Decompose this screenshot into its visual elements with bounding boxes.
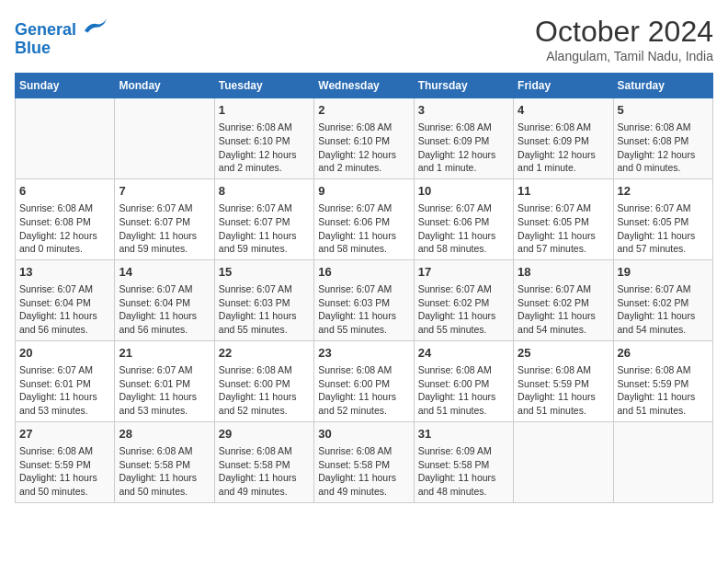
day-info: Sunrise: 6:07 AM [219,282,310,296]
day-info: Sunrise: 6:08 AM [219,444,310,458]
day-info: Sunset: 5:59 PM [518,377,609,391]
day-info: Sunset: 5:58 PM [418,458,509,472]
day-info: Daylight: 11 hours and 55 minutes. [418,309,509,336]
title-section: October 2024 Alangulam, Tamil Nadu, Indi… [535,15,713,63]
day-info: Sunrise: 6:08 AM [19,201,110,215]
day-info: Sunrise: 6:07 AM [318,282,409,296]
day-info: Daylight: 11 hours and 51 minutes. [618,390,709,417]
day-number: 22 [219,345,310,362]
calendar-week-row: 13Sunrise: 6:07 AMSunset: 6:04 PMDayligh… [16,259,713,340]
day-info: Sunset: 6:00 PM [219,377,310,391]
day-info: Sunset: 6:08 PM [19,215,110,229]
calendar-cell: 6Sunrise: 6:08 AMSunset: 6:08 PMDaylight… [16,178,115,259]
day-info: Sunrise: 6:08 AM [318,363,409,377]
day-number: 15 [219,264,310,281]
day-number: 1 [219,102,310,119]
day-info: Sunrise: 6:07 AM [318,201,409,215]
day-info: Sunset: 6:02 PM [618,296,709,310]
day-info: Sunrise: 6:08 AM [219,121,310,134]
day-info: Daylight: 11 hours and 50 minutes. [19,471,110,498]
day-info: Sunrise: 6:08 AM [318,444,409,458]
day-number: 17 [418,264,509,281]
day-info: Sunset: 6:04 PM [19,296,110,310]
day-info: Daylight: 11 hours and 59 minutes. [119,229,210,256]
day-info: Sunset: 6:08 PM [618,134,709,148]
day-number: 2 [318,102,409,119]
day-info: Sunrise: 6:07 AM [19,363,110,377]
day-number: 23 [318,345,409,362]
day-info: Sunset: 6:03 PM [318,296,409,310]
day-number: 27 [19,426,110,442]
day-number: 6 [19,183,110,200]
day-info: Daylight: 11 hours and 55 minutes. [219,309,310,336]
calendar-cell [613,421,712,502]
day-number: 24 [418,345,509,362]
day-info: Sunset: 6:10 PM [318,134,409,148]
day-number: 5 [618,102,709,119]
day-header-thursday: Thursday [414,74,513,98]
calendar-cell: 30Sunrise: 6:08 AMSunset: 5:58 PMDayligh… [314,421,414,502]
day-info: Sunset: 5:59 PM [618,377,709,391]
calendar-cell: 22Sunrise: 6:08 AMSunset: 6:00 PMDayligh… [214,340,313,421]
calendar-cell: 14Sunrise: 6:07 AMSunset: 6:04 PMDayligh… [115,259,214,340]
day-info: Sunrise: 6:07 AM [518,201,609,215]
day-number: 18 [518,264,609,281]
day-info: Sunrise: 6:08 AM [19,444,110,458]
day-info: Sunset: 6:00 PM [418,377,509,391]
day-info: Sunrise: 6:08 AM [318,121,409,134]
day-number: 8 [219,183,310,200]
day-info: Daylight: 11 hours and 48 minutes. [418,471,509,498]
logo-blue: Blue [15,39,51,57]
day-info: Daylight: 11 hours and 54 minutes. [618,309,709,336]
day-info: Daylight: 11 hours and 57 minutes. [618,229,709,256]
day-info: Sunset: 6:07 PM [119,215,210,229]
calendar-cell: 24Sunrise: 6:08 AMSunset: 6:00 PMDayligh… [414,340,513,421]
day-info: Daylight: 11 hours and 50 minutes. [119,471,210,498]
day-info: Sunset: 6:04 PM [119,296,210,310]
day-info: Sunrise: 6:07 AM [518,282,609,296]
day-info: Sunrise: 6:08 AM [119,444,210,458]
day-info: Daylight: 11 hours and 58 minutes. [418,229,509,256]
day-info: Sunset: 6:05 PM [618,215,709,229]
calendar-cell [115,98,214,179]
day-info: Sunset: 6:01 PM [119,377,210,391]
day-header-saturday: Saturday [613,74,712,98]
day-info: Sunset: 6:09 PM [518,134,609,148]
day-number: 13 [19,264,110,281]
calendar-cell: 13Sunrise: 6:07 AMSunset: 6:04 PMDayligh… [16,259,115,340]
day-info: Sunset: 6:03 PM [219,296,310,310]
calendar-cell: 25Sunrise: 6:08 AMSunset: 5:59 PMDayligh… [514,340,613,421]
calendar-cell: 21Sunrise: 6:07 AMSunset: 6:01 PMDayligh… [115,340,214,421]
day-number: 10 [418,183,509,200]
calendar-week-row: 27Sunrise: 6:08 AMSunset: 5:59 PMDayligh… [16,421,713,502]
day-info: Daylight: 11 hours and 56 minutes. [19,309,110,336]
day-info: Sunrise: 6:07 AM [19,282,110,296]
day-info: Sunrise: 6:07 AM [418,201,509,215]
calendar-cell: 26Sunrise: 6:08 AMSunset: 5:59 PMDayligh… [613,340,712,421]
calendar-cell: 23Sunrise: 6:08 AMSunset: 6:00 PMDayligh… [314,340,414,421]
day-info: Sunset: 6:00 PM [318,377,409,391]
day-header-sunday: Sunday [16,74,115,98]
day-info: Sunrise: 6:07 AM [219,201,310,215]
day-info: Daylight: 11 hours and 55 minutes. [318,309,409,336]
calendar-week-row: 6Sunrise: 6:08 AMSunset: 6:08 PMDaylight… [16,178,713,259]
day-info: Daylight: 11 hours and 56 minutes. [119,309,210,336]
day-number: 26 [618,345,709,362]
day-number: 16 [318,264,409,281]
calendar-header-row: SundayMondayTuesdayWednesdayThursdayFrid… [16,74,713,98]
day-info: Daylight: 11 hours and 57 minutes. [518,229,609,256]
day-number: 20 [19,345,110,362]
day-info: Sunset: 6:10 PM [219,134,310,148]
calendar-cell: 4Sunrise: 6:08 AMSunset: 6:09 PMDaylight… [514,98,613,179]
day-info: Sunset: 5:58 PM [318,458,409,472]
day-info: Daylight: 11 hours and 52 minutes. [219,390,310,417]
day-info: Daylight: 11 hours and 54 minutes. [518,309,609,336]
day-info: Daylight: 11 hours and 49 minutes. [318,471,409,498]
day-info: Daylight: 11 hours and 58 minutes. [318,229,409,256]
day-info: Sunrise: 6:08 AM [618,121,709,134]
day-info: Daylight: 12 hours and 2 minutes. [318,148,409,175]
calendar-cell: 27Sunrise: 6:08 AMSunset: 5:59 PMDayligh… [16,421,115,502]
day-info: Daylight: 12 hours and 2 minutes. [219,148,310,175]
day-number: 19 [618,264,709,281]
calendar-cell: 15Sunrise: 6:07 AMSunset: 6:03 PMDayligh… [214,259,313,340]
